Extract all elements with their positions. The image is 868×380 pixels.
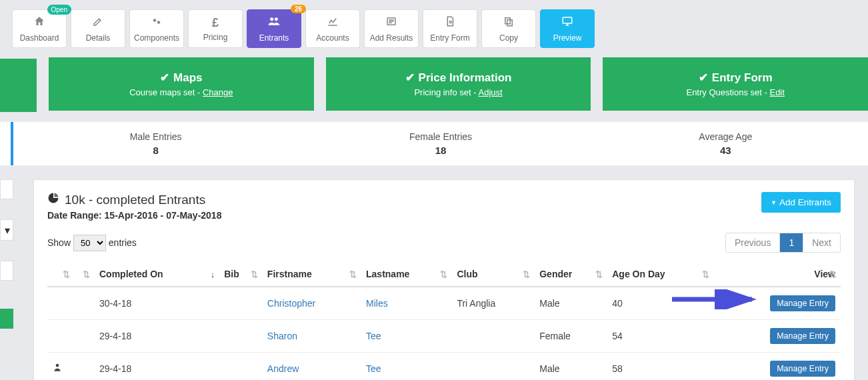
cell-icon xyxy=(47,353,74,381)
sidebar-fragment xyxy=(0,179,13,199)
check-icon: ✔ xyxy=(405,71,415,85)
sort-icon: ⇅ xyxy=(349,269,357,279)
panel-entry-link[interactable]: Edit xyxy=(769,87,784,97)
nav-add-results[interactable]: Add Results xyxy=(364,9,419,48)
nav-copy[interactable]: Copy xyxy=(481,9,536,48)
chart-line-icon xyxy=(327,15,339,31)
nav-entrants[interactable]: 26 Entrants xyxy=(247,9,301,48)
firstname-link[interactable]: Andrew xyxy=(267,363,299,374)
panel-maps-link[interactable]: Change xyxy=(203,87,233,97)
document-icon xyxy=(444,15,456,31)
nav-dashboard[interactable]: Open Dashboard xyxy=(12,9,67,48)
firstname-link[interactable]: Sharon xyxy=(267,331,297,341)
user-icon xyxy=(53,363,62,375)
card-title: 10k - completed Entrants xyxy=(65,193,205,207)
cell-spacer xyxy=(74,353,94,381)
stats-left-accent xyxy=(0,122,13,165)
col-view[interactable]: View⇅ xyxy=(713,262,841,287)
lastname-link[interactable]: Miles xyxy=(366,298,388,309)
page-size-select[interactable]: 50 xyxy=(73,235,106,251)
nav-preview[interactable]: Preview xyxy=(540,9,595,48)
nav-label: Details xyxy=(86,33,111,43)
panel-sub: Course maps set - xyxy=(129,87,203,97)
sort-icon: ⇅ xyxy=(702,269,709,279)
cell-firstname: Andrew xyxy=(262,353,361,381)
cell-completed: 29-4-18 xyxy=(94,353,219,381)
col-spacer[interactable]: ⇅ xyxy=(74,262,94,287)
edit-icon xyxy=(92,15,104,31)
manage-entry-button[interactable]: Manage Entry xyxy=(770,328,835,344)
cell-icon xyxy=(47,320,74,353)
col-icon[interactable]: ⇅ xyxy=(47,262,74,287)
svg-point-0 xyxy=(153,19,157,22)
panel-title: Price Information xyxy=(419,71,512,85)
stats-row: Male Entries 8 Female Entries 18 Average… xyxy=(0,121,868,166)
nav-label: Pricing xyxy=(203,33,228,42)
pager-page-1[interactable]: 1 xyxy=(779,233,803,252)
panel-price: ✔Price Information Pricing info set - Ad… xyxy=(326,57,591,111)
nav-components[interactable]: Components xyxy=(129,9,184,48)
top-nav: Open Dashboard Details Components £ Pric… xyxy=(0,0,868,57)
firstname-link[interactable]: Christopher xyxy=(267,298,315,309)
pager-next[interactable]: Next xyxy=(803,233,840,252)
col-bib[interactable]: Bib⇅ xyxy=(219,262,262,287)
cell-lastname: Tee xyxy=(361,320,451,353)
monitor-icon xyxy=(561,15,573,31)
lastname-link[interactable]: Tee xyxy=(366,363,381,374)
stat-female: Female Entries 18 xyxy=(298,122,583,165)
panel-maps: ✔Maps Course maps set - Change xyxy=(49,57,314,111)
svg-point-3 xyxy=(275,17,278,21)
stat-label: Average Age xyxy=(583,131,868,142)
manage-entry-button[interactable]: Manage Entry xyxy=(770,295,835,311)
nav-pricing[interactable]: £ Pricing xyxy=(188,9,243,48)
col-firstname[interactable]: Firstname⇅ xyxy=(262,262,361,287)
nav-label: Accounts xyxy=(316,33,349,43)
check-icon: ✔ xyxy=(160,71,169,85)
col-completed[interactable]: Completed On↓ xyxy=(94,262,219,287)
sidebar-fragment-dropdown[interactable]: ▾ xyxy=(0,219,13,241)
svg-rect-7 xyxy=(563,17,572,23)
cell-firstname: Sharon xyxy=(262,320,361,353)
nav-label: Copy xyxy=(499,33,518,43)
stat-label: Female Entries xyxy=(298,131,583,142)
col-age[interactable]: Age On Day⇅ xyxy=(607,262,713,287)
pagination: Previous 1 Next xyxy=(725,233,841,253)
nav-entry-form[interactable]: Entry Form xyxy=(423,9,477,48)
cell-age: 54 xyxy=(607,320,713,353)
panel-price-link[interactable]: Adjust xyxy=(478,87,502,97)
cell-club: Tri Anglia xyxy=(451,287,534,320)
entrants-card: 10k - completed Entrants Date Range: 15-… xyxy=(33,179,855,380)
cell-spacer xyxy=(74,320,94,353)
col-lastname[interactable]: Lastname⇅ xyxy=(361,262,451,287)
home-icon xyxy=(33,15,45,31)
pager-previous[interactable]: Previous xyxy=(726,233,779,252)
manage-entry-button[interactable]: Manage Entry xyxy=(770,361,835,377)
entrants-table: ⇅ ⇅ Completed On↓ Bib⇅ Firstname⇅ Lastna… xyxy=(47,262,841,380)
panel-sliver-left xyxy=(0,59,37,112)
sort-icon: ⇅ xyxy=(829,269,837,279)
table-row: 29-4-18SharonTeeFemale54Manage Entry xyxy=(47,320,841,353)
cell-gender: Female xyxy=(534,320,607,353)
sort-icon: ⇅ xyxy=(595,269,603,279)
gears-icon xyxy=(151,15,163,31)
col-club[interactable]: Club⇅ xyxy=(451,262,534,287)
cell-club xyxy=(451,353,534,381)
add-entrants-button[interactable]: ▼ Add Entrants xyxy=(761,192,841,213)
show-label-pre: Show xyxy=(47,237,71,248)
sort-icon: ⇅ xyxy=(83,269,90,279)
sort-icon: ⇅ xyxy=(63,269,70,279)
nav-details[interactable]: Details xyxy=(71,9,125,48)
nav-label: Entry Form xyxy=(430,33,469,43)
nav-accounts[interactable]: Accounts xyxy=(305,9,360,48)
nav-label: Entrants xyxy=(259,33,289,43)
lastname-link[interactable]: Tee xyxy=(366,331,381,341)
col-gender[interactable]: Gender⇅ xyxy=(534,262,607,287)
annotation-arrow-icon xyxy=(669,289,762,309)
cell-bib xyxy=(219,353,262,381)
left-sidebar-fragments: ▾ xyxy=(0,179,13,380)
svg-point-1 xyxy=(157,21,161,24)
pound-icon: £ xyxy=(212,16,219,30)
stat-label: Male Entries xyxy=(13,131,298,142)
cell-icon xyxy=(47,287,74,320)
sidebar-fragment-green[interactable] xyxy=(0,309,13,329)
